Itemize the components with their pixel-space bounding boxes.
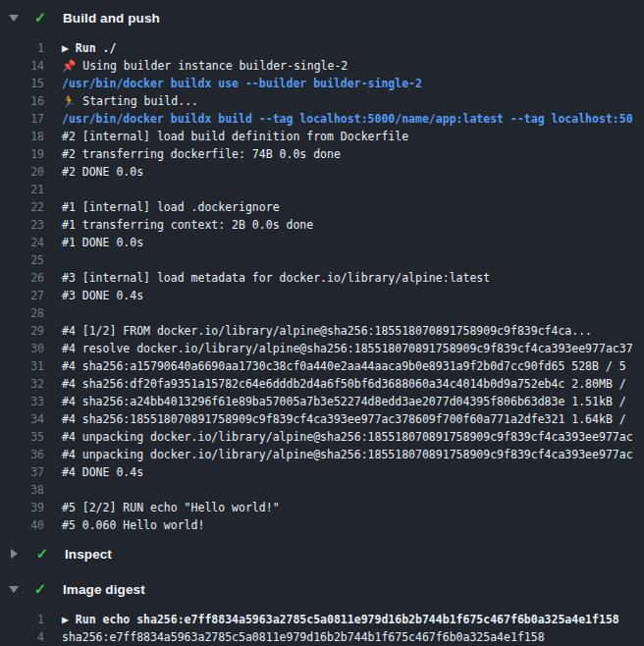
log-line-number[interactable]: 33 xyxy=(0,393,44,410)
log-line-text: #5 [2/2] RUN echo "Hello world!" xyxy=(62,499,280,516)
log-line-text: #4 sha256:df20fa9351a15782c64e6dddb2d4a6… xyxy=(62,375,633,393)
log-line: 1▶ Run echo sha256:e7ff8834a5963a2785c5a… xyxy=(0,611,644,628)
log-line: 30#4 resolve docker.io/library/alpine@sh… xyxy=(0,340,644,357)
log-line-text: #4 resolve docker.io/library/alpine@sha2… xyxy=(62,340,633,357)
log-line: 33#4 sha256:a24bb4013296f61e89ba57005a7b… xyxy=(0,393,644,410)
log-line-text: #1 DONE 0.0s xyxy=(62,234,143,251)
log-line: 25 xyxy=(0,251,644,269)
section-header-build-and-push[interactable]: ✓ Build and push xyxy=(0,4,644,31)
log-line-text: #1 [internal] load .dockerignore xyxy=(62,198,280,216)
log-line: 34#4 sha256:185518070891758909c9f839cf4c… xyxy=(0,410,644,428)
section-title: Build and push xyxy=(63,11,160,26)
section-header-image-digest[interactable]: ✓ Image digest xyxy=(0,575,644,603)
log-line-number[interactable]: 17 xyxy=(0,110,44,128)
log-line-number[interactable]: 29 xyxy=(0,322,44,340)
log-line-number[interactable]: 22 xyxy=(0,198,44,216)
log-line-number[interactable]: 31 xyxy=(0,357,44,375)
log-line-number[interactable]: 15 xyxy=(0,75,44,92)
log-line-text: #4 [1/2] FROM docker.io/library/alpine@s… xyxy=(62,322,592,340)
log-line: 23#1 transferring context: 2B 0.0s done xyxy=(0,216,644,234)
section-header-inspect[interactable]: ✓ Inspect xyxy=(0,540,644,567)
log-line: 16🏃 Starting build... xyxy=(0,92,644,110)
success-check-icon: ✓ xyxy=(32,580,48,598)
log-section-image-digest: ✓ Image digest 1▶ Run echo sha256:e7ff88… xyxy=(0,575,644,646)
disclosure-triangle-icon[interactable] xyxy=(11,549,18,559)
log-line: 29#4 [1/2] FROM docker.io/library/alpine… xyxy=(0,322,644,340)
log-line: 38 xyxy=(0,481,644,499)
log-line-number[interactable]: 25 xyxy=(0,251,44,269)
log-line: 4sha256:e7ff8834a5963a2785c5a0811e979d16… xyxy=(0,628,644,646)
log-line: 31#4 sha256:a15790640a6690aa1730c38cf0a4… xyxy=(0,357,644,375)
log-line-number[interactable]: 37 xyxy=(0,463,44,481)
log-line-number[interactable]: 36 xyxy=(0,446,44,463)
log-line-number[interactable]: 28 xyxy=(0,304,44,322)
disclosure-triangle-icon[interactable] xyxy=(9,586,19,593)
log-line: 24#1 DONE 0.0s xyxy=(0,234,644,251)
log-lines: 1▶ Run echo sha256:e7ff8834a5963a2785c5a… xyxy=(0,603,644,646)
log-line-text: #5 0.060 Hello world! xyxy=(62,516,204,534)
log-line-text: #2 DONE 0.0s xyxy=(62,163,143,181)
log-line-number[interactable]: 18 xyxy=(0,128,44,145)
log-line: 26#3 [internal] load metadata for docker… xyxy=(0,269,644,287)
log-line-number[interactable]: 19 xyxy=(0,145,44,163)
log-line-text: #2 transferring dockerfile: 74B 0.0s don… xyxy=(62,145,341,163)
log-line-number[interactable]: 20 xyxy=(0,163,44,181)
log-line-text: 📌 Using builder instance builder-single-… xyxy=(62,57,348,75)
log-line-number[interactable]: 27 xyxy=(0,287,44,304)
success-check-icon: ✓ xyxy=(32,9,48,27)
log-line-text: #4 sha256:a15790640a6690aa1730c38cf0a440… xyxy=(62,357,626,375)
log-line-number[interactable]: 23 xyxy=(0,216,44,234)
log-line-text: /usr/bin/docker buildx build --tag local… xyxy=(62,110,633,128)
log-line: 17/usr/bin/docker buildx build --tag loc… xyxy=(0,110,644,128)
log-line: 18#2 [internal] load build definition fr… xyxy=(0,128,644,145)
log-line-text: 🏃 Starting build... xyxy=(62,92,198,110)
log-line: 40#5 0.060 Hello world! xyxy=(0,516,644,534)
log-line-text: sha256:e7ff8834a5963a2785c5a0811e979d16b… xyxy=(62,628,545,646)
log-line-number[interactable]: 1 xyxy=(0,611,44,628)
log-line-number[interactable]: 32 xyxy=(0,375,44,393)
log-line-text: /usr/bin/docker buildx use --builder bui… xyxy=(62,75,422,92)
log-line-number[interactable]: 26 xyxy=(0,269,44,287)
log-line: 22#1 [internal] load .dockerignore xyxy=(0,198,644,216)
log-line-text: #4 unpacking docker.io/library/alpine@sh… xyxy=(62,428,633,446)
log-line-number[interactable]: 38 xyxy=(0,481,44,499)
disclosure-triangle-icon[interactable] xyxy=(9,15,19,22)
log-line-number[interactable]: 4 xyxy=(0,628,44,646)
log-line: 39#5 [2/2] RUN echo "Hello world!" xyxy=(0,499,644,516)
log-line: 27#3 DONE 0.4s xyxy=(0,287,644,304)
log-lines: 1▶ Run ./14📌 Using builder instance buil… xyxy=(0,31,644,540)
log-line-number[interactable]: 35 xyxy=(0,428,44,446)
log-group-toggle[interactable]: ▶ Run ./ xyxy=(62,39,116,57)
log-section-build-and-push: ✓ Build and push 1▶ Run ./14📌 Using buil… xyxy=(0,4,644,540)
log-line-text: #4 sha256:185518070891758909c9f839cf4ca3… xyxy=(62,410,633,428)
log-line-number[interactable]: 40 xyxy=(0,516,44,534)
log-line-text: #4 sha256:a24bb4013296f61e89ba57005a7b3e… xyxy=(62,393,633,410)
log-line: 36#4 unpacking docker.io/library/alpine@… xyxy=(0,446,644,463)
log-line-text: #1 transferring context: 2B 0.0s done xyxy=(62,216,313,234)
log-line-text: #3 [internal] load metadata for docker.i… xyxy=(62,269,490,287)
log-line-number[interactable]: 24 xyxy=(0,234,44,251)
log-line: 14📌 Using builder instance builder-singl… xyxy=(0,57,644,75)
log-line-text: #4 unpacking docker.io/library/alpine@sh… xyxy=(62,446,633,463)
log-line-number[interactable]: 1 xyxy=(0,39,44,57)
log-line: 37#4 DONE 0.4s xyxy=(0,463,644,481)
section-title: Inspect xyxy=(65,547,112,562)
log-line-number[interactable]: 30 xyxy=(0,340,44,357)
section-title: Image digest xyxy=(63,582,145,597)
log-line-number[interactable]: 34 xyxy=(0,410,44,428)
log-line-number[interactable]: 21 xyxy=(0,181,44,198)
log-line-text: #4 DONE 0.4s xyxy=(62,463,143,481)
log-line: 20#2 DONE 0.0s xyxy=(0,163,644,181)
log-line: 28 xyxy=(0,304,644,322)
log-line-number[interactable]: 16 xyxy=(0,92,44,110)
log-line: 19#2 transferring dockerfile: 74B 0.0s d… xyxy=(0,145,644,163)
log-line: 32#4 sha256:df20fa9351a15782c64e6dddb2d4… xyxy=(0,375,644,393)
log-line: 35#4 unpacking docker.io/library/alpine@… xyxy=(0,428,644,446)
log-section-inspect: ✓ Inspect xyxy=(0,540,644,575)
log-line-number[interactable]: 39 xyxy=(0,499,44,516)
log-line-text: #3 DONE 0.4s xyxy=(62,287,143,304)
log-line: 15/usr/bin/docker buildx use --builder b… xyxy=(0,75,644,92)
log-lines xyxy=(0,567,644,575)
log-group-toggle[interactable]: ▶ Run echo sha256:e7ff8834a5963a2785c5a0… xyxy=(62,611,619,628)
log-line-number[interactable]: 14 xyxy=(0,57,44,75)
